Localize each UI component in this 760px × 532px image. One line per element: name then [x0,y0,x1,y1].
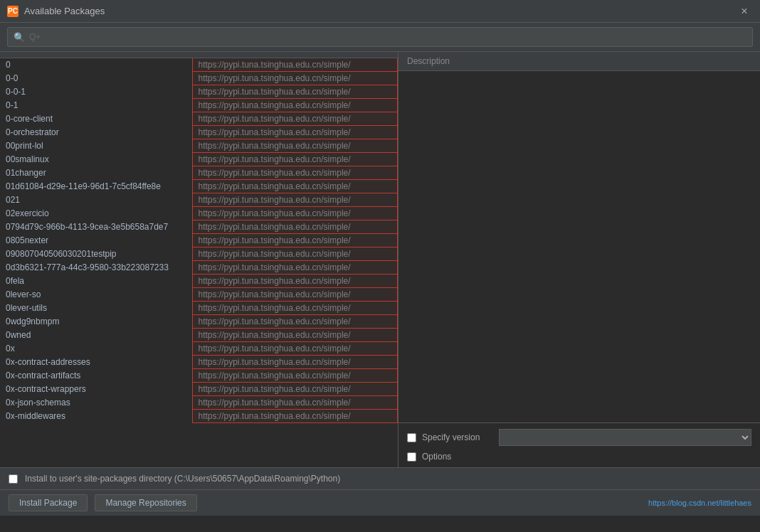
package-url-cell: https://pypi.tuna.tsinghua.edu.cn/simple… [192,99,398,112]
options-row: Options [407,452,751,462]
specify-version-checkbox[interactable] [407,433,416,442]
table-row[interactable]: 0x-json-schemashttps://pypi.tuna.tsinghu… [0,396,398,410]
package-url-cell: https://pypi.tuna.tsinghua.edu.cn/simple… [192,383,398,396]
table-row[interactable]: 0x-contract-artifactshttps://pypi.tuna.t… [0,369,398,383]
package-name-cell: 0805nexter [0,234,192,248]
search-input[interactable] [29,32,746,42]
package-url-cell: https://pypi.tuna.tsinghua.edu.cn/simple… [192,369,398,383]
package-name-cell: 090807040506030201testpip [0,248,192,261]
package-name-cell: 0lever-utils [0,302,192,315]
package-url-cell: https://pypi.tuna.tsinghua.edu.cn/simple… [192,85,398,99]
package-name-cell: 0x [0,342,192,356]
table-row[interactable]: 0x-middlewareshttps://pypi.tuna.tsinghua… [0,410,398,423]
package-url-cell: https://pypi.tuna.tsinghua.edu.cn/simple… [192,410,398,423]
package-url-cell: https://pypi.tuna.tsinghua.edu.cn/simple… [192,207,398,220]
table-row[interactable]: 0805nexterhttps://pypi.tuna.tsinghua.edu… [0,234,398,248]
package-name-cell: 0x-contract-addresses [0,356,192,369]
package-url-cell: https://pypi.tuna.tsinghua.edu.cn/simple… [192,139,398,153]
package-name-cell: 0lever-so [0,288,192,302]
package-name-cell: 021 [0,193,192,207]
footer-bar: Install Package Manage Repositories http… [0,489,760,516]
table-row[interactable]: 090807040506030201testpiphttps://pypi.tu… [0,248,398,261]
table-row[interactable]: 0wnedhttps://pypi.tuna.tsinghua.edu.cn/s… [0,329,398,342]
package-name-cell: 0-orchestrator [0,126,192,139]
package-name-cell: 0-0 [0,72,192,85]
table-row[interactable]: 0xhttps://pypi.tuna.tsinghua.edu.cn/simp… [0,342,398,356]
search-bar: 🔍 [0,23,760,52]
version-select[interactable] [499,429,751,446]
table-row[interactable]: 021https://pypi.tuna.tsinghua.edu.cn/sim… [0,193,398,207]
package-name-cell: 00print-lol [0,139,192,153]
package-url-cell: https://pypi.tuna.tsinghua.edu.cn/simple… [192,193,398,207]
table-row[interactable]: 0wdg9nbmpmhttps://pypi.tuna.tsinghua.edu… [0,315,398,329]
table-row[interactable]: 0-1https://pypi.tuna.tsinghua.edu.cn/sim… [0,99,398,112]
package-name-cell: 00smalinux [0,153,192,166]
user-site-checkbox[interactable] [9,474,18,484]
description-header: Description [399,52,760,71]
table-row[interactable]: 0x-contract-wrappershttps://pypi.tuna.ts… [0,383,398,396]
package-name-cell: 0wned [0,329,192,342]
window-title: Available Packages [24,6,736,16]
options-checkbox[interactable] [407,452,416,462]
table-row[interactable]: 0-0-1https://pypi.tuna.tsinghua.edu.cn/s… [0,85,398,99]
package-list-pane[interactable]: 0https://pypi.tuna.tsinghua.edu.cn/simpl… [0,52,399,467]
right-controls: Specify version Options [399,422,760,467]
package-name-cell: 0wdg9nbmpm [0,315,192,329]
package-name-cell: 01d61084-d29e-11e9-96d1-7c5cf84ffe8e [0,180,192,193]
close-button[interactable]: × [736,3,753,20]
table-row[interactable]: 0794d79c-966b-4113-9cea-3e5b658a7de7http… [0,220,398,234]
package-url-cell: https://pypi.tuna.tsinghua.edu.cn/simple… [192,248,398,261]
package-table: 0https://pypi.tuna.tsinghua.edu.cn/simpl… [0,52,398,423]
package-name-cell: 0d3b6321-777a-44c3-9580-33b223087233 [0,261,192,275]
package-url-cell: https://pypi.tuna.tsinghua.edu.cn/simple… [192,220,398,234]
package-url-cell: https://pypi.tuna.tsinghua.edu.cn/simple… [192,166,398,180]
table-row[interactable]: 0lever-utilshttps://pypi.tuna.tsinghua.e… [0,302,398,315]
package-name-cell: 01changer [0,166,192,180]
footer-url: https://blog.csdn.net/littlehaes [648,499,751,507]
package-url-cell: https://pypi.tuna.tsinghua.edu.cn/simple… [192,126,398,139]
table-row[interactable]: 0https://pypi.tuna.tsinghua.edu.cn/simpl… [0,58,398,72]
col-header-name [0,52,192,58]
package-name-cell: 0-0-1 [0,85,192,99]
table-row[interactable]: 0d3b6321-777a-44c3-9580-33b223087233http… [0,261,398,275]
table-row[interactable]: 00print-lolhttps://pypi.tuna.tsinghua.ed… [0,139,398,153]
package-url-cell: https://pypi.tuna.tsinghua.edu.cn/simple… [192,261,398,275]
package-url-cell: https://pypi.tuna.tsinghua.edu.cn/simple… [192,275,398,288]
table-row[interactable]: 00smalinuxhttps://pypi.tuna.tsinghua.edu… [0,153,398,166]
package-name-cell: 0x-contract-artifacts [0,369,192,383]
options-label: Options [422,452,493,462]
description-content [399,71,760,422]
manage-repositories-button[interactable]: Manage Repositories [95,494,196,511]
table-row[interactable]: 0lever-sohttps://pypi.tuna.tsinghua.edu.… [0,288,398,302]
main-area: 0https://pypi.tuna.tsinghua.edu.cn/simpl… [0,52,760,467]
package-name-cell: 02exercicio [0,207,192,220]
package-url-cell: https://pypi.tuna.tsinghua.edu.cn/simple… [192,288,398,302]
install-path-label: Install to user's site-packages director… [25,474,340,484]
package-name-cell: 0794d79c-966b-4113-9cea-3e5b658a7de7 [0,220,192,234]
package-url-cell: https://pypi.tuna.tsinghua.edu.cn/simple… [192,234,398,248]
package-url-cell: https://pypi.tuna.tsinghua.edu.cn/simple… [192,180,398,193]
col-header-url [192,52,398,58]
table-row[interactable]: 0felahttps://pypi.tuna.tsinghua.edu.cn/s… [0,275,398,288]
table-row[interactable]: 01changerhttps://pypi.tuna.tsinghua.edu.… [0,166,398,180]
package-name-cell: 0-core-client [0,112,192,126]
search-input-wrap: 🔍 [7,27,753,47]
install-package-button[interactable]: Install Package [9,494,88,511]
title-bar: PC Available Packages × [0,0,760,23]
package-url-cell: https://pypi.tuna.tsinghua.edu.cn/simple… [192,153,398,166]
bottom-bar: Install to user's site-packages director… [0,467,760,489]
table-row[interactable]: 01d61084-d29e-11e9-96d1-7c5cf84ffe8ehttp… [0,180,398,193]
app-icon: PC [7,6,19,17]
package-url-cell: https://pypi.tuna.tsinghua.edu.cn/simple… [192,315,398,329]
specify-version-label: Specify version [422,432,493,442]
table-row[interactable]: 0-orchestratorhttps://pypi.tuna.tsinghua… [0,126,398,139]
package-url-cell: https://pypi.tuna.tsinghua.edu.cn/simple… [192,72,398,85]
table-row[interactable]: 0-0https://pypi.tuna.tsinghua.edu.cn/sim… [0,72,398,85]
package-url-cell: https://pypi.tuna.tsinghua.edu.cn/simple… [192,329,398,342]
package-name-cell: 0x-middlewares [0,410,192,423]
table-row[interactable]: 0x-contract-addresseshttps://pypi.tuna.t… [0,356,398,369]
package-url-cell: https://pypi.tuna.tsinghua.edu.cn/simple… [192,302,398,315]
table-row[interactable]: 02exerciciohttps://pypi.tuna.tsinghua.ed… [0,207,398,220]
table-row[interactable]: 0-core-clienthttps://pypi.tuna.tsinghua.… [0,112,398,126]
package-name-cell: 0x-json-schemas [0,396,192,410]
